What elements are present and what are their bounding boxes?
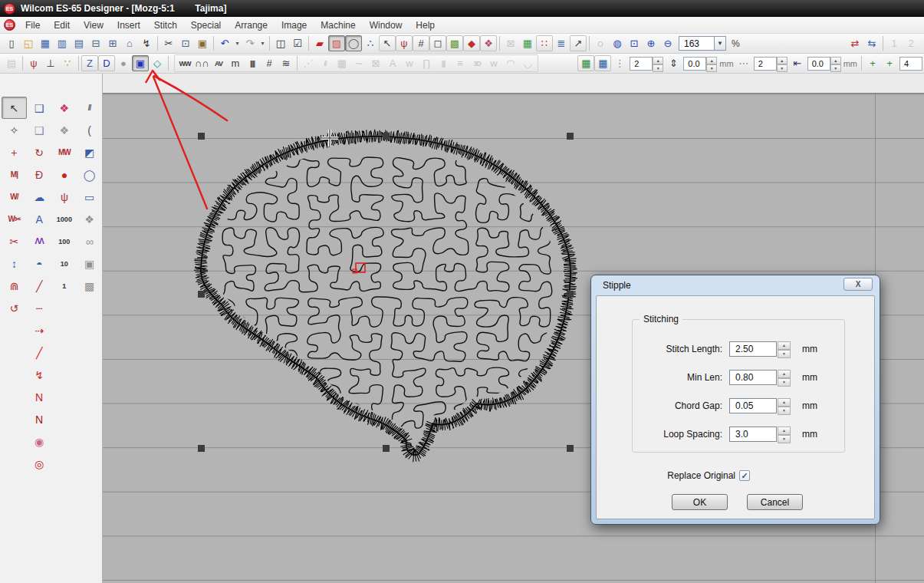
selection-handle[interactable] [383,133,390,140]
eyelet-tool-icon[interactable]: ◎ [27,453,52,475]
field-input[interactable]: 0.80 [729,370,777,385]
selection-handle[interactable] [383,445,390,452]
ellipse-tool-icon[interactable]: ◯ [77,163,102,186]
save-write-machine-icon[interactable]: ▥ [54,35,71,51]
fan-stitch-tool-icon[interactable]: ⋒ [2,275,27,297]
arrow-run-tool-icon[interactable]: ⇢ [27,319,52,341]
stitch-types-icon[interactable]: ≣ [553,35,570,51]
print-icon[interactable]: ⊟ [87,35,104,51]
open-design-icon[interactable]: ◱ [20,35,37,51]
open-object-icon[interactable]: ↗ [570,35,587,51]
stitch-count-10-icon[interactable]: 10 [52,252,77,275]
bolt-line-tool-icon[interactable]: ↯ [27,364,52,386]
zigzag-n-tool-icon[interactable]: N [27,408,52,430]
complex-fill-tool-icon[interactable]: ◩ [77,141,102,163]
color-film-icon[interactable]: ∷ [536,35,553,51]
spin-value[interactable]: 0.0 [683,57,706,71]
bean-stitch-tool-icon[interactable]: ● [52,163,77,186]
arc-tool-icon[interactable]: ( [77,119,102,141]
save-design-icon[interactable]: ▦ [37,35,54,51]
field-input[interactable]: 3.0 [729,427,777,442]
cut-icon[interactable]: ✂ [160,35,177,51]
pull-comp-icon[interactable]: ⇕ [665,55,682,71]
tatami-stitch-icon[interactable]: AV [210,55,227,71]
show-grid-icon[interactable]: # [413,35,429,51]
replace-original-checkbox[interactable]: ✓ [739,470,750,481]
outline-shape-icon[interactable]: ◇ [149,55,166,71]
zoom-1to1-icon[interactable]: ◍ [609,35,626,51]
field-input[interactable]: 2.50 [729,341,777,357]
slash-stitch-tool-icon[interactable]: W/ [2,186,27,208]
parallel-lines-tool-icon[interactable]: // [77,97,102,119]
show-vector-icon[interactable]: ◆ [463,35,480,51]
select-tool-icon[interactable]: ↖ [2,97,27,119]
stitch-count-1000-icon[interactable]: 1000 [52,208,77,230]
ellipse-rotate-tool-icon[interactable]: ↺ [2,297,27,319]
field-spinner[interactable]: ▲▼ [778,370,791,385]
zigzag-stitch-icon[interactable]: WW [176,55,193,71]
selection-handle[interactable] [567,133,574,140]
layout-grid-2-icon[interactable]: ▦ [594,55,611,71]
show-penetrations-icon[interactable]: ⊥ [42,55,59,71]
selection-handle[interactable] [198,133,205,140]
spin-arrows[interactable]: ▲▼ [777,57,788,71]
menu-help[interactable]: Help [409,18,442,32]
toolbar-spinbox[interactable]: 0.0▲▼mm [807,57,857,71]
ok-button[interactable]: OK [672,494,728,510]
offset-icon[interactable]: ⇤ [789,55,806,71]
convert-outlines-icon[interactable]: ⇆ [863,35,880,51]
stitch-count-1-icon[interactable]: 1 [52,275,77,297]
menu-insert[interactable]: Insert [110,18,147,32]
buttonhole-tool-icon[interactable]: ◉ [27,430,52,453]
run-stitch-icon[interactable]: ∴ [362,35,379,51]
selection-handle[interactable] [567,445,574,452]
height-tool-icon[interactable]: ↕ [2,252,27,275]
field-spinner[interactable]: ▲▼ [778,341,791,357]
dialog-close-button[interactable]: X [843,278,873,291]
auto-underlay-icon[interactable]: Z [81,55,98,71]
thread-colors-icon[interactable]: ▦ [519,35,536,51]
cap-frame-tool-icon[interactable]: ◓ [27,252,52,275]
pointer-tool-icon[interactable]: ↖ [379,35,396,51]
spin-value[interactable]: 2 [754,57,777,71]
stitch-count-100-icon[interactable]: 100 [52,230,77,252]
rotate-tool-icon[interactable]: ↻ [27,141,52,163]
menu-machine[interactable]: Machine [314,18,362,32]
field-spinner[interactable]: ▲▼ [778,398,791,413]
wave-fill-icon[interactable]: ≋ [278,55,294,71]
menu-image[interactable]: Image [275,18,314,32]
zoom-combo-dropdown-icon[interactable]: ▼ [714,36,726,51]
object-select-icon[interactable]: ◫ [272,35,289,51]
motif-run-icon[interactable]: m [227,55,244,71]
branching-tool-icon[interactable]: ❖ [52,97,77,119]
show-bitmap-icon[interactable]: ▩ [446,35,463,51]
satin-fill-icon[interactable]: |||| [244,55,261,71]
outline-design-icon[interactable]: D [98,55,115,71]
menu-stitch[interactable]: Stitch [147,18,184,32]
line-reshape-tool-icon[interactable]: ╱ [27,275,52,297]
center-hoop-icon[interactable]: + [881,55,898,71]
needle-spacing-tool-icon[interactable]: ψ [52,186,77,208]
dots-column-icon[interactable]: ⋮ [611,55,628,71]
fill-stitch-icon[interactable]: ▨ [328,35,345,51]
menu-edit[interactable]: Edit [47,18,77,32]
spin-arrows[interactable]: ▲▼ [830,57,841,71]
spin-value[interactable]: 0.0 [807,57,830,71]
vertex-select-tool-icon[interactable]: + [2,141,27,163]
show-hoop-icon[interactable]: ◻ [429,35,446,51]
remove-outline-tool-icon[interactable]: Ð [27,163,52,186]
print-preview-icon[interactable]: ⊞ [104,35,121,51]
grid-fill-icon[interactable]: # [261,55,278,71]
show-needle-points-icon[interactable]: ψ [25,55,42,71]
reshape-object-tool-icon[interactable]: ❑ [27,119,52,141]
stitch-player-icon[interactable]: ↯ [138,35,155,51]
toolbar-spinbox[interactable]: 0.0▲▼mm [683,57,733,71]
row-spacing-icon[interactable]: ⋯ [735,55,752,71]
toolbar-spinbox[interactable]: 4 [899,57,922,71]
spin-value[interactable]: 2 [630,57,653,71]
field-input[interactable]: 0.05 [729,398,777,413]
convert-stitches-icon[interactable]: ⇄ [847,35,863,51]
outline-stitch-icon[interactable]: ◯ [345,35,362,51]
cancel-button[interactable]: Cancel [747,494,803,510]
zigzag-column-tool-icon[interactable]: MW [52,141,77,163]
